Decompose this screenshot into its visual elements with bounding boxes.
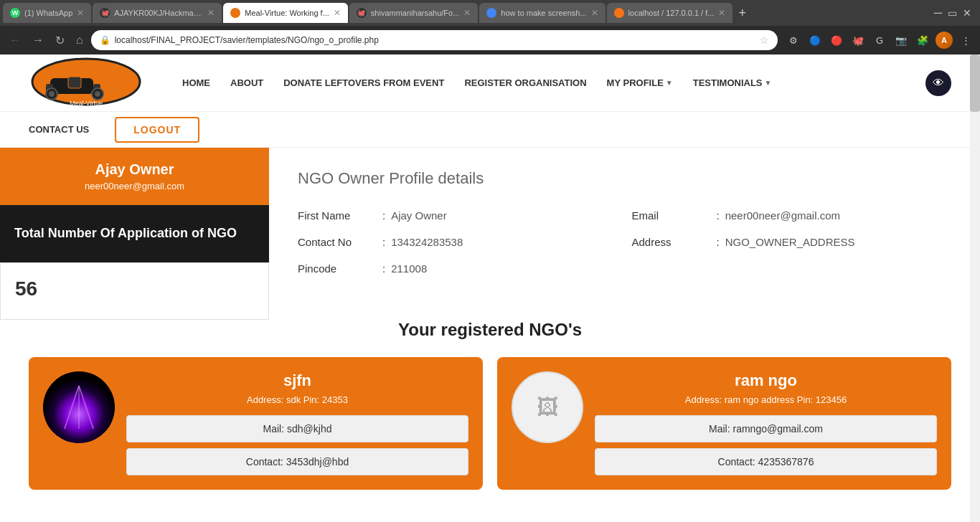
tab-close-whatsapp[interactable]: ✕ — [77, 8, 84, 18]
github-icon[interactable]: 🐙 — [849, 32, 867, 49]
email-label: Email — [632, 209, 711, 222]
maximize-button[interactable]: ▭ — [948, 7, 957, 19]
second-nav-row: CONTACT US LOGOUT — [0, 112, 980, 148]
contact-label-ngo-1: Contact: — [718, 456, 755, 468]
bookmark-icon[interactable]: ☆ — [760, 34, 769, 46]
tab-whatsapp[interactable]: W (1) WhatsApp ✕ — [3, 3, 91, 23]
tab-label-github1: AJAYKR00KJ/Hackman... — [114, 9, 203, 17]
page-content: Meal-Virtue HOME ABOUT DONATE LEFTOVERS … — [0, 54, 980, 518]
tab-meal-virtue[interactable]: Meal-Virtue: Working f... ✕ — [223, 3, 348, 23]
profile-title: NGO Owner Profile details — [298, 169, 951, 188]
navbar: Meal-Virtue HOME ABOUT DONATE LEFTOVERS … — [0, 54, 980, 112]
ngos-grid: sjfn Address: sdk Pin: 24353 Mail: sdh@k… — [29, 357, 951, 490]
close-button[interactable]: ✕ — [963, 7, 971, 19]
google-icon[interactable]: G — [871, 32, 888, 49]
scrollbar-thumb[interactable] — [970, 54, 980, 112]
home-button[interactable]: ⌂ — [72, 31, 87, 49]
browser-icon1[interactable]: 🔵 — [806, 32, 824, 49]
logout-button[interactable]: LOGOUT — [115, 117, 199, 143]
browser-chrome: W (1) WhatsApp ✕ 🐙 AJAYKR00KJ/Hackman...… — [0, 0, 980, 54]
address-label: Address — [632, 236, 711, 248]
contact-label-ngo-0: Contact: — [246, 456, 283, 468]
contact-value-ngo-0: 3453dhj@hbd — [286, 456, 349, 468]
email-value: neer00neer@gmail.com — [725, 209, 840, 222]
ngo-name-0: sjfn — [126, 371, 468, 390]
ngo-contact-btn-1[interactable]: Contact: 4235367876 — [595, 448, 937, 475]
back-button[interactable]: ← — [6, 31, 24, 49]
field-email: Email : neer00neer@gmail.com — [632, 209, 952, 222]
menu-icon[interactable]: ⋮ — [957, 32, 974, 49]
lock-icon: 🔒 — [100, 35, 110, 45]
contact-value-ngo-1: 4235367876 — [758, 456, 814, 468]
tab-close-screenshot[interactable]: ✕ — [591, 8, 598, 18]
sidebar-stat-label: Total Number Of Application of NGO — [14, 225, 237, 242]
tab-close-meal-virtue[interactable]: ✕ — [334, 8, 341, 18]
eye-icon-nav[interactable]: 👁 — [925, 70, 951, 96]
svg-point-7 — [95, 91, 100, 97]
ngo-contact-btn-0[interactable]: Contact: 3453dhj@hbd — [126, 448, 468, 475]
address-bar[interactable]: 🔒 localhost/FINAL_PROJECT/savier/templat… — [91, 30, 778, 50]
logo-area[interactable]: Meal-Virtue — [29, 57, 143, 110]
nav-donate[interactable]: DONATE LEFTOVERS FROM EVENT — [273, 77, 454, 88]
ngos-title: Your registered NGO's — [29, 320, 951, 340]
mail-value-0: sdh@kjhd — [287, 423, 331, 435]
scrollbar-track[interactable] — [970, 54, 980, 518]
ngo-name-1: ram ngo — [595, 371, 937, 390]
ngo-card-0: sjfn Address: sdk Pin: 24353 Mail: sdh@k… — [29, 357, 483, 490]
nav-home[interactable]: HOME — [172, 77, 220, 88]
puzzle-icon[interactable]: 🧩 — [914, 32, 931, 49]
field-address: Address : NGO_OWNER_ADDRESS — [632, 236, 952, 248]
testimonials-dropdown-arrow: ▼ — [765, 79, 772, 87]
camera-icon[interactable]: 📷 — [892, 32, 910, 49]
ngo-info-0: sjfn Address: sdk Pin: 24353 Mail: sdh@k… — [126, 371, 468, 475]
new-tab-button[interactable]: + — [734, 6, 750, 21]
mail-label-1: Mail: — [709, 423, 730, 435]
nav-testimonials[interactable]: TESTIMONIALS ▼ — [683, 77, 782, 88]
sidebar: Ajay Owner neer00neer@gmail.com Total Nu… — [0, 148, 269, 320]
pincode-value: 211008 — [391, 262, 427, 275]
ngo-image-1: 🖼 — [512, 371, 583, 443]
ngo-info-1: ram ngo Address: ram ngo address Pin: 12… — [595, 371, 937, 475]
profile-content: NGO Owner Profile details First Name : A… — [269, 148, 980, 320]
tab-label-meal-virtue: Meal-Virtue: Working f... — [245, 9, 329, 17]
firstname-label: First Name — [298, 209, 377, 222]
tab-github2[interactable]: 🐙 shivammaniharsahu/Fo... ✕ — [349, 3, 479, 23]
ngo-image-0 — [43, 371, 115, 443]
address-value: NGO_OWNER_ADDRESS — [725, 236, 855, 248]
logo-svg: Meal-Virtue — [29, 57, 143, 107]
refresh-button[interactable]: ↻ — [52, 31, 68, 50]
extensions-icon[interactable]: ⚙ — [785, 32, 802, 49]
tab-label-whatsapp: (1) WhatsApp — [24, 9, 72, 17]
contact-value: 134324283538 — [391, 236, 463, 248]
sidebar-count: 56 — [15, 277, 254, 300]
svg-point-5 — [49, 91, 55, 97]
sidebar-name: Ajay Owner — [14, 161, 255, 178]
ngo-mail-btn-1[interactable]: Mail: ramngo@gmail.com — [595, 415, 937, 442]
sidebar-header: Ajay Owner neer00neer@gmail.com — [0, 148, 269, 205]
browser-icon2[interactable]: 🔴 — [828, 32, 845, 49]
nav-register[interactable]: REGISTER ORGANISATION — [454, 77, 596, 88]
tab-close-github1[interactable]: ✕ — [207, 8, 215, 18]
tab-github1[interactable]: 🐙 AJAYKR00KJ/Hackman... ✕ — [93, 3, 222, 23]
profile-grid: First Name : Ajay Owner Email : neer00ne… — [298, 209, 951, 275]
mail-label-0: Mail: — [263, 423, 285, 435]
svg-text:Meal-Virtue: Meal-Virtue — [70, 100, 103, 107]
main-layout: Ajay Owner neer00neer@gmail.com Total Nu… — [0, 148, 980, 320]
minimize-button[interactable]: ─ — [934, 6, 942, 19]
toolbar-icons: ⚙ 🔵 🔴 🐙 G 📷 🧩 A ⋮ — [785, 32, 974, 49]
nav-contact[interactable]: CONTACT US — [29, 124, 89, 135]
tab-close-github2[interactable]: ✕ — [463, 8, 471, 18]
tab-bar: W (1) WhatsApp ✕ 🐙 AJAYKR00KJ/Hackman...… — [0, 0, 980, 26]
svg-rect-8 — [68, 77, 81, 88]
ngo-svg-0 — [43, 371, 115, 443]
tab-screenshot[interactable]: how to make screensh... ✕ — [479, 3, 605, 23]
forward-button[interactable]: → — [29, 31, 47, 49]
sidebar-stat-box: Total Number Of Application of NGO — [0, 205, 269, 262]
nav-myprofile[interactable]: MY PROFILE ▼ — [597, 77, 683, 88]
tab-close-localhost[interactable]: ✕ — [718, 8, 725, 18]
url-text: localhost/FINAL_PROJECT/savier/templates… — [115, 35, 755, 45]
tab-localhost[interactable]: localhost / 127.0.0.1 / f... ✕ — [607, 3, 733, 23]
ngo-mail-btn-0[interactable]: Mail: sdh@kjhd — [126, 415, 468, 442]
nav-about[interactable]: ABOUT — [220, 77, 273, 88]
browser-profile-avatar[interactable]: A — [936, 32, 953, 49]
